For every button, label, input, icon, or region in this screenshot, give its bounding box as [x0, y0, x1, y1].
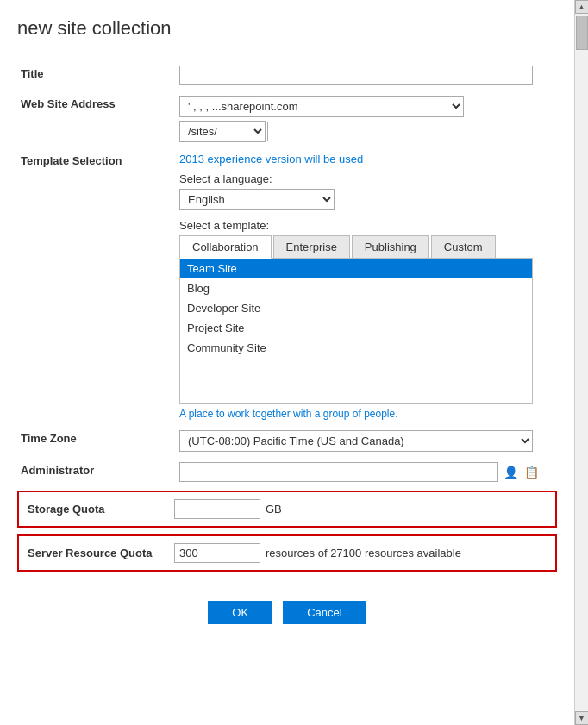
page-title: new site collection: [17, 17, 557, 40]
tab-custom[interactable]: Custom: [431, 235, 496, 258]
website-url-row: ' , , , ...sharepoint.com: [179, 96, 554, 117]
person-icon[interactable]: 👤: [502, 464, 519, 481]
group-icon[interactable]: 📋: [522, 464, 540, 481]
template-selection-row: Template Selection 2013 experience versi…: [17, 147, 557, 425]
sites-path-select[interactable]: /sites/: [179, 121, 266, 142]
template-item-team-site[interactable]: Team Site: [180, 259, 532, 278]
administrator-label: Administrator: [17, 457, 172, 487]
website-address-row: Web Site Address ' , , , ...sharepoint.c…: [17, 91, 557, 147]
scrollbar: ▲ ▼: [574, 0, 588, 725]
select-template-label: Select a template:: [179, 219, 554, 232]
administrator-field-cell: 👤 📋: [172, 457, 557, 487]
sites-path-input[interactable]: [267, 122, 491, 141]
template-description: A place to work together with a group of…: [179, 408, 554, 420]
storage-quota-label: Storage Quota: [28, 503, 174, 516]
cancel-button[interactable]: Cancel: [283, 601, 366, 624]
title-field-cell: [172, 60, 557, 91]
server-resource-quota-row: Server Resource Quota resources of 27100…: [17, 531, 557, 575]
scroll-down-arrow[interactable]: ▼: [575, 711, 589, 725]
form-table: Title Web Site Address ' , , , ...sharep…: [17, 60, 557, 575]
main-content: new site collection Title Web Site Addre…: [0, 0, 574, 725]
website-address-label: Web Site Address: [17, 91, 172, 147]
server-resource-quota-label: Server Resource Quota: [28, 547, 174, 559]
tab-publishing[interactable]: Publishing: [352, 235, 429, 258]
sites-row: /sites/: [179, 121, 554, 142]
title-input[interactable]: [179, 66, 533, 85]
scrollbar-thumb[interactable]: [576, 16, 588, 50]
page-container: new site collection Title Web Site Addre…: [0, 0, 588, 725]
template-list-box[interactable]: Team Site Blog Developer Site Project Si…: [179, 258, 533, 404]
server-resource-quota-input[interactable]: [174, 543, 260, 563]
timezone-select[interactable]: (UTC-08:00) Pacific Time (US and Canada): [179, 430, 533, 452]
language-select[interactable]: English: [179, 189, 335, 210]
template-selection-field-cell: 2013 experience version will be used Sel…: [172, 147, 557, 425]
timezone-label: Time Zone: [17, 425, 172, 457]
admin-row: 👤 📋: [179, 462, 554, 482]
administrator-input[interactable]: [179, 462, 498, 482]
resource-description: resources of 27100 resources available: [266, 547, 461, 559]
website-url-select[interactable]: ' , , , ...sharepoint.com: [179, 96, 464, 117]
template-selection-label: Template Selection: [17, 147, 172, 425]
template-item-blog[interactable]: Blog: [180, 278, 532, 298]
template-info-text: 2013 experience version will be used: [179, 153, 554, 166]
scroll-up-arrow[interactable]: ▲: [575, 0, 589, 14]
ok-button[interactable]: OK: [208, 601, 272, 624]
bottom-buttons: OK Cancel: [17, 601, 557, 641]
administrator-row: Administrator 👤 📋: [17, 457, 557, 487]
storage-quota-row: Storage Quota GB: [17, 487, 557, 531]
tab-collaboration[interactable]: Collaboration: [179, 235, 272, 259]
template-item-developer-site[interactable]: Developer Site: [180, 298, 532, 318]
storage-quota-input[interactable]: [174, 499, 260, 519]
template-item-community-site[interactable]: Community Site: [180, 338, 532, 358]
server-resource-quota-highlight-box: Server Resource Quota resources of 27100…: [17, 534, 557, 572]
tab-enterprise[interactable]: Enterprise: [273, 235, 350, 258]
timezone-row: Time Zone (UTC-08:00) Pacific Time (US a…: [17, 425, 557, 457]
storage-quota-highlight-box: Storage Quota GB: [17, 491, 557, 528]
timezone-field-cell: (UTC-08:00) Pacific Time (US and Canada): [172, 425, 557, 457]
storage-quota-unit: GB: [266, 503, 282, 516]
select-language-label: Select a language:: [179, 172, 554, 185]
title-label: Title: [17, 60, 172, 91]
website-address-field-cell: ' , , , ...sharepoint.com /sites/: [172, 91, 557, 147]
title-row: Title: [17, 60, 557, 91]
template-tabs-container: Collaboration Enterprise Publishing Cust…: [179, 235, 554, 258]
template-item-project-site[interactable]: Project Site: [180, 318, 532, 338]
